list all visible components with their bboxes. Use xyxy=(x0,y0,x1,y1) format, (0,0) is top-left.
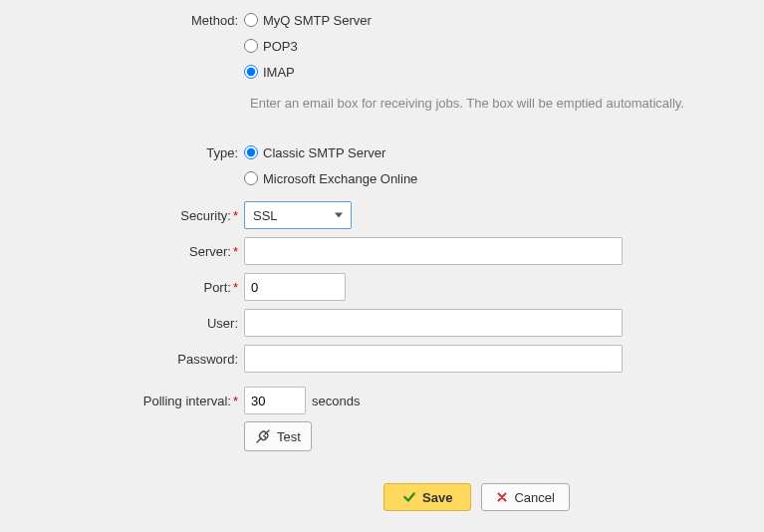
polling-row: Polling interval:* seconds xyxy=(0,384,764,417)
password-label: Password: xyxy=(0,352,244,367)
method-myq-label: MyQ SMTP Server xyxy=(263,13,372,28)
type-row-exchange: Microsoft Exchange Online xyxy=(0,166,764,190)
plug-icon xyxy=(255,428,271,444)
method-imap-radio-input[interactable] xyxy=(244,65,258,79)
required-marker: * xyxy=(233,244,238,259)
user-row: User: xyxy=(0,306,764,340)
method-label: Method: xyxy=(0,13,244,28)
save-button[interactable]: Save xyxy=(383,483,471,511)
user-input[interactable] xyxy=(244,309,623,337)
close-icon xyxy=(496,491,508,503)
method-hint: Enter an email box for receiving jobs. T… xyxy=(244,86,764,140)
method-myq-radio-input[interactable] xyxy=(244,13,258,27)
port-label: Port:* xyxy=(0,280,244,295)
cancel-button-label: Cancel xyxy=(514,490,554,505)
check-icon xyxy=(402,490,416,504)
required-marker: * xyxy=(233,394,238,408)
type-classic-label: Classic SMTP Server xyxy=(263,145,385,160)
type-row: Type: Classic SMTP Server xyxy=(0,140,764,164)
required-marker: * xyxy=(233,280,238,295)
security-label: Security:* xyxy=(0,208,244,223)
port-input[interactable] xyxy=(244,273,346,301)
server-row: Server:* xyxy=(0,234,764,268)
security-select-value: SSL xyxy=(253,208,278,223)
test-button-label: Test xyxy=(277,429,301,444)
type-exchange-radio-input[interactable] xyxy=(244,171,258,185)
server-input[interactable] xyxy=(244,237,623,265)
method-pop3-radio[interactable]: POP3 xyxy=(244,35,298,57)
type-exchange-radio[interactable]: Microsoft Exchange Online xyxy=(244,167,417,189)
chevron-down-icon xyxy=(335,213,343,218)
required-marker: * xyxy=(233,208,238,223)
password-row: Password: xyxy=(0,342,764,376)
security-select[interactable]: SSL xyxy=(244,201,352,229)
method-row: Method: MyQ SMTP Server xyxy=(0,8,764,32)
method-imap-label: IMAP xyxy=(263,65,295,80)
method-pop3-radio-input[interactable] xyxy=(244,39,258,53)
password-input[interactable] xyxy=(244,345,623,373)
polling-unit: seconds xyxy=(312,394,360,408)
cancel-button[interactable]: Cancel xyxy=(481,483,569,511)
type-classic-radio-input[interactable] xyxy=(244,145,258,159)
type-label: Type: xyxy=(0,145,244,160)
type-classic-radio[interactable]: Classic SMTP Server xyxy=(244,141,385,163)
method-myq-radio[interactable]: MyQ SMTP Server xyxy=(244,9,372,31)
method-pop3-label: POP3 xyxy=(263,39,298,54)
polling-label: Polling interval:* xyxy=(0,394,244,408)
security-row: Security:* SSL xyxy=(0,198,764,232)
method-imap-radio[interactable]: IMAP xyxy=(244,61,295,83)
user-label: User: xyxy=(0,316,244,331)
form-actions: Save Cancel xyxy=(383,483,764,511)
port-row: Port:* xyxy=(0,270,764,304)
test-button[interactable]: Test xyxy=(244,421,312,451)
test-row: Test xyxy=(0,419,764,453)
save-button-label: Save xyxy=(422,490,452,505)
polling-input[interactable] xyxy=(244,387,306,414)
server-label: Server:* xyxy=(0,244,244,259)
method-row-pop3: POP3 xyxy=(0,34,764,58)
email-settings-form: Method: MyQ SMTP Server POP3 IMAP Enter … xyxy=(0,0,764,511)
type-exchange-label: Microsoft Exchange Online xyxy=(263,171,417,186)
method-row-imap: IMAP xyxy=(0,60,764,84)
